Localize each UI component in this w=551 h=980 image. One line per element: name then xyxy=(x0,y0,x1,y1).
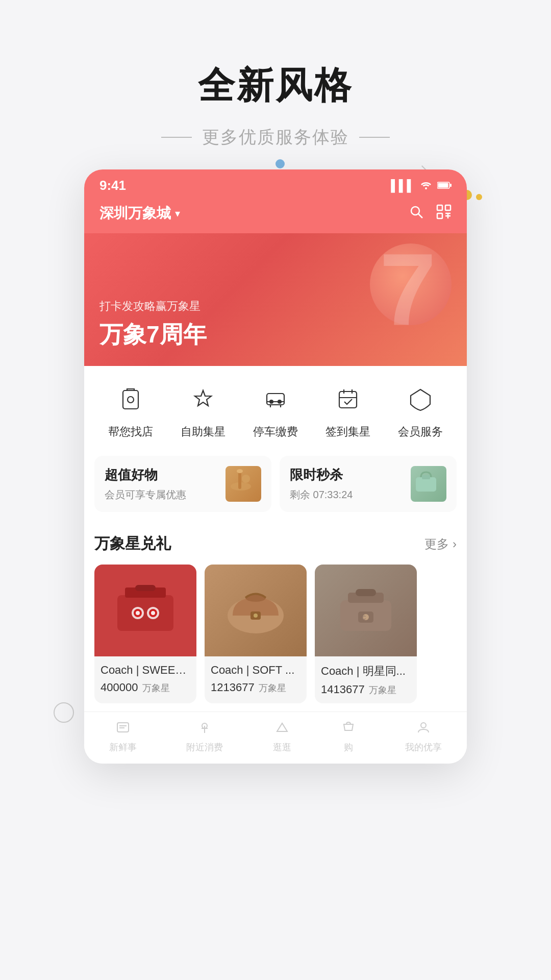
tab-shop[interactable]: 购 xyxy=(341,720,356,753)
action-parking[interactable]: 停车缴费 xyxy=(253,381,298,439)
promo-card-deals[interactable]: 超值好物 会员可享专属优惠 xyxy=(94,456,271,512)
search-icon[interactable] xyxy=(409,204,424,223)
rewards-section: 万象星兑礼 更多 › xyxy=(84,523,467,703)
reward-name-2: Coach | SOFT ... xyxy=(211,664,300,677)
reward-stars-row-2: 1213677 万象星 xyxy=(211,681,300,694)
reward-image-2 xyxy=(205,565,307,656)
promo-deals-image xyxy=(226,466,261,502)
svg-rect-8 xyxy=(437,213,442,218)
tab-nearby[interactable]: 附近消费 xyxy=(186,720,223,753)
rewards-header: 万象星兑礼 更多 › xyxy=(94,533,457,554)
svg-rect-24 xyxy=(238,471,241,489)
promo-card-flash[interactable]: 限时秒杀 剩余 07:33:24 xyxy=(280,456,457,512)
tab-profile[interactable]: 我的优享 xyxy=(405,720,442,753)
phone-mockup: 9:41 ▌▌▌ xyxy=(84,169,467,764)
action-label-member: 会员服务 xyxy=(398,424,443,439)
chevron-down-icon: ▾ xyxy=(175,207,180,219)
location-row[interactable]: 深圳万象城 ▾ xyxy=(99,204,180,223)
banner[interactable]: 7 打卡发攻略赢万象星 万象7周年 xyxy=(84,233,467,366)
promo-card-deals-text: 超值好物 会员可享专属优惠 xyxy=(105,466,186,502)
reward-stars-row-3: 1413677 万象星 xyxy=(321,683,411,696)
main-title: 全新风格 xyxy=(198,61,353,110)
quick-actions: 帮您找店 自助集星 xyxy=(84,366,467,455)
reward-info-1: Coach | SWEETIE 400000 万象星 xyxy=(94,656,196,701)
tab-news[interactable]: 新鲜事 xyxy=(109,720,137,753)
battery-icon xyxy=(437,179,452,192)
action-find-store[interactable]: 帮您找店 xyxy=(108,381,153,439)
svg-rect-31 xyxy=(135,585,156,591)
reward-image-3: C xyxy=(315,565,417,656)
rewards-more-link[interactable]: 更多 › xyxy=(424,536,457,552)
tab-browse[interactable]: 逛逛 xyxy=(273,720,291,753)
svg-marker-14 xyxy=(195,390,211,406)
svg-point-26 xyxy=(242,475,250,483)
reward-item-1[interactable]: Coach | SWEETIE 400000 万象星 xyxy=(94,565,196,703)
svg-rect-44 xyxy=(356,589,376,596)
signal-icon: ▌▌▌ xyxy=(391,179,415,192)
svg-point-0 xyxy=(425,187,427,189)
reward-unit-1: 万象星 xyxy=(142,683,170,693)
banner-seven: 7 xyxy=(380,238,436,340)
member-icon-wrap xyxy=(403,381,438,417)
reward-image-1 xyxy=(94,565,196,656)
status-icons: ▌▌▌ xyxy=(391,179,452,192)
reward-item-3[interactable]: C Coach | 明星同... 1413677 万象星 xyxy=(315,565,417,703)
tab-shop-label: 购 xyxy=(344,741,353,753)
tab-nearby-icon xyxy=(197,720,212,738)
subtitle-dash-right xyxy=(359,137,390,138)
collect-stars-icon-wrap xyxy=(185,381,221,417)
scan-icon[interactable] xyxy=(436,204,452,223)
tab-profile-label: 我的优享 xyxy=(405,741,442,753)
action-label-parking: 停车缴费 xyxy=(253,424,298,439)
tab-bar: 新鲜事 附近消费 逛逛 xyxy=(84,712,467,764)
status-time: 9:41 xyxy=(99,178,126,193)
svg-rect-19 xyxy=(339,391,357,408)
promo-flash-image xyxy=(411,466,446,502)
promo-flash-desc: 剩余 07:33:24 xyxy=(290,488,353,502)
tab-shop-icon xyxy=(341,720,356,738)
action-label-checkin: 签到集星 xyxy=(325,424,370,439)
app-header: 深圳万象城 ▾ xyxy=(84,199,467,233)
svg-rect-27 xyxy=(416,477,436,492)
svg-rect-7 xyxy=(445,205,450,210)
location-text: 深圳万象城 xyxy=(99,204,171,223)
rewards-list: Coach | SWEETIE 400000 万象星 xyxy=(94,565,457,703)
promo-deals-title: 超值好物 xyxy=(105,466,186,484)
svg-line-5 xyxy=(418,214,422,218)
svg-point-52 xyxy=(421,723,426,728)
header-icons xyxy=(409,204,452,223)
gold-dot-small xyxy=(476,194,482,200)
circle-outline-decoration xyxy=(54,702,74,723)
promo-section: 超值好物 会员可享专属优惠 限时秒杀 剩余 07:33:24 xyxy=(84,456,467,522)
reward-item-2[interactable]: Coach | SOFT ... 1213677 万象星 xyxy=(205,565,307,703)
promo-card-flash-text: 限时秒杀 剩余 07:33:24 xyxy=(290,466,353,502)
svg-point-34 xyxy=(136,611,140,615)
action-collect-stars[interactable]: 自助集星 xyxy=(181,381,226,439)
reward-info-3: Coach | 明星同... 1413677 万象星 xyxy=(315,656,417,703)
blue-dot-decoration xyxy=(276,159,285,168)
svg-point-37 xyxy=(151,611,155,615)
tab-news-label: 新鲜事 xyxy=(109,741,137,753)
svg-rect-3 xyxy=(438,183,448,187)
top-section: 全新风格 更多优质服务体验 xyxy=(0,0,551,169)
action-label-find-store: 帮您找店 xyxy=(108,424,153,439)
action-checkin[interactable]: 签到集星 xyxy=(325,381,370,439)
reward-info-2: Coach | SOFT ... 1213677 万象星 xyxy=(205,656,307,701)
reward-name-1: Coach | SWEETIE xyxy=(101,664,190,677)
reward-unit-3: 万象星 xyxy=(369,685,396,695)
svg-point-18 xyxy=(278,400,281,403)
rewards-title: 万象星兑礼 xyxy=(94,533,171,554)
svg-text:C: C xyxy=(362,615,366,621)
action-member[interactable]: 会员服务 xyxy=(398,381,443,439)
svg-rect-2 xyxy=(450,184,452,187)
subtitle-row: 更多优质服务体验 xyxy=(161,126,390,149)
subtitle-text: 更多优质服务体验 xyxy=(202,126,349,149)
svg-point-17 xyxy=(270,400,273,403)
coach-star-image: C xyxy=(315,565,417,656)
reward-stars-row-1: 400000 万象星 xyxy=(101,681,190,694)
parking-icon-wrap xyxy=(258,381,293,417)
svg-rect-15 xyxy=(267,394,284,405)
promo-flash-title: 限时秒杀 xyxy=(290,466,353,484)
reward-unit-2: 万象星 xyxy=(259,683,286,693)
svg-point-41 xyxy=(254,614,258,618)
